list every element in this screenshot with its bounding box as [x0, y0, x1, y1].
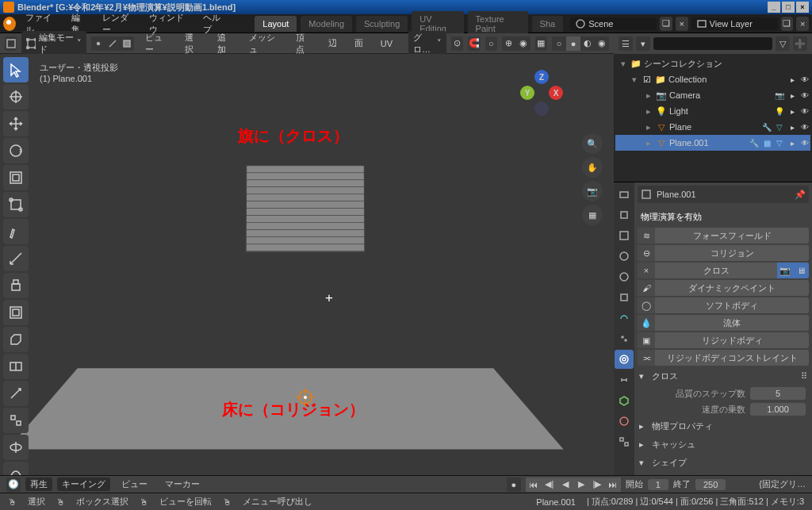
- vertex-select[interactable]: [91, 36, 105, 51]
- tab-mesh-data[interactable]: [615, 391, 634, 410]
- edge-select[interactable]: [105, 36, 120, 51]
- polybuild-tool[interactable]: [3, 408, 29, 433]
- cache-panel[interactable]: ▸キャッシュ: [638, 435, 809, 454]
- maximize-button[interactable]: □: [782, 2, 795, 13]
- quality-steps-input[interactable]: 5: [750, 387, 806, 400]
- tab-material[interactable]: [615, 412, 634, 431]
- render-toggle-icon[interactable]: 📷: [777, 263, 793, 278]
- tab-constraint[interactable]: [615, 370, 634, 389]
- tab-world[interactable]: [615, 267, 634, 286]
- nav-gizmo[interactable]: X Y Z: [519, 70, 566, 117]
- tab-particle[interactable]: [615, 329, 634, 348]
- jump-end[interactable]: ⏭: [605, 477, 621, 492]
- display-mode-button[interactable]: ▾: [636, 36, 650, 51]
- bevel-tool[interactable]: [3, 327, 29, 352]
- timeline-type-button[interactable]: 🕐: [6, 477, 21, 492]
- tab-object[interactable]: [615, 288, 634, 307]
- cloth-panel-header[interactable]: ▾クロス⠿: [638, 367, 809, 385]
- tab-modifier[interactable]: [615, 309, 634, 328]
- shape-panel[interactable]: ▾シェイプ: [638, 454, 809, 472]
- menu-select[interactable]: 選択: [178, 30, 206, 57]
- modifier-icon[interactable]: 🔧: [761, 121, 772, 132]
- z-axis[interactable]: Z: [534, 70, 549, 84]
- scene-delete-button[interactable]: ×: [676, 17, 688, 31]
- y-axis[interactable]: Y: [520, 86, 534, 100]
- keying-menu[interactable]: キーイング: [57, 477, 110, 491]
- tree-collection[interactable]: ▾☑📁Collection▸👁: [615, 71, 810, 87]
- gizmo-toggle[interactable]: ⊕: [502, 36, 516, 51]
- wire-shading[interactable]: ○: [552, 36, 566, 51]
- timeline-marker[interactable]: マーカー: [159, 477, 206, 492]
- orientation-selector[interactable]: グロ…˅: [408, 31, 446, 56]
- playback-menu[interactable]: 再生: [25, 477, 52, 491]
- face-select[interactable]: [120, 36, 134, 51]
- light-data-icon[interactable]: 💡: [774, 105, 785, 117]
- tree-camera[interactable]: ▸📷Camera📷▸👁: [615, 87, 810, 103]
- smooth-tool[interactable]: [3, 462, 29, 475]
- outliner-tree[interactable]: ▾📁シーンコレクション ▾☑📁Collection▸👁 ▸📷Camera📷▸👁 …: [614, 54, 812, 182]
- menu-add[interactable]: 追加: [211, 30, 239, 57]
- pan-button[interactable]: ✋: [582, 157, 603, 178]
- minimize-button[interactable]: _: [768, 2, 780, 13]
- tab-viewlayer[interactable]: [615, 226, 634, 245]
- annotate-tool[interactable]: [3, 219, 29, 244]
- move-tool[interactable]: [3, 111, 29, 136]
- collision-button[interactable]: ⊖コリジョン: [638, 245, 809, 261]
- tree-scene-collection[interactable]: ▾📁シーンコレクション: [615, 56, 810, 71]
- scene-selector[interactable]: [570, 17, 657, 30]
- extrude-tool[interactable]: [3, 273, 29, 298]
- camera-view-button[interactable]: 📷: [582, 181, 603, 201]
- exclude-icon[interactable]: ▸: [787, 74, 798, 85]
- rigidbody-button[interactable]: ▣リジッドボディ: [638, 332, 809, 348]
- viewlayer-delete-button[interactable]: ×: [796, 17, 809, 31]
- tree-plane[interactable]: ▸▽Plane🔧▽▸👁: [615, 119, 810, 135]
- 3d-viewport[interactable]: + 旗に（クロス） 床に（コリジョン） ユーザー・透視投影 (1) Plane.: [0, 54, 614, 475]
- measure-tool[interactable]: [3, 246, 29, 271]
- frame-end-input[interactable]: 250: [695, 479, 726, 490]
- prev-key[interactable]: ◀|: [542, 477, 557, 492]
- fluid-button[interactable]: 💧流体: [638, 315, 809, 331]
- tab-modeling[interactable]: Modeling: [301, 16, 352, 32]
- display-toggle-icon[interactable]: 🖥: [793, 263, 809, 278]
- viewlayer-new-button[interactable]: ❏: [781, 17, 794, 31]
- remove-cloth-icon[interactable]: ×: [638, 263, 655, 278]
- loopcut-tool[interactable]: [3, 354, 29, 379]
- close-button[interactable]: ×: [796, 2, 809, 13]
- softbody-button[interactable]: ◯ソフトボディ: [638, 297, 809, 313]
- tab-sha[interactable]: Sha: [532, 16, 564, 32]
- cloth-button[interactable]: ×クロス📷🖥: [638, 263, 809, 278]
- tab-output[interactable]: [615, 205, 634, 224]
- spin-tool[interactable]: [3, 435, 29, 460]
- tree-plane001[interactable]: ▸▽Plane.001🔧▦▽▸👁: [615, 135, 810, 151]
- tab-layout[interactable]: Layout: [255, 16, 297, 32]
- menu-vertex[interactable]: 頂点: [289, 30, 317, 57]
- jump-start[interactable]: ⏮: [526, 477, 542, 492]
- zoom-button[interactable]: 🔍: [582, 133, 603, 154]
- tab-physics[interactable]: [615, 350, 634, 369]
- cursor-tool[interactable]: [3, 84, 29, 109]
- snap-button[interactable]: 🧲: [468, 36, 480, 51]
- pin-icon[interactable]: 📌: [795, 190, 806, 200]
- preset-icon[interactable]: ⠿: [801, 371, 807, 382]
- dynpaint-button[interactable]: 🖌ダイナミックペイント: [638, 280, 809, 296]
- autokey-button[interactable]: ●: [507, 477, 521, 492]
- eye-icon[interactable]: 👁: [799, 74, 810, 85]
- menu-face[interactable]: 面: [348, 36, 370, 51]
- pivot-button[interactable]: ⊙: [451, 36, 463, 51]
- menu-edge[interactable]: 辺: [322, 36, 343, 51]
- outliner-search[interactable]: [653, 37, 772, 50]
- xray-button[interactable]: ▦: [535, 36, 547, 51]
- tab-texture[interactable]: [615, 432, 634, 451]
- tab-scene-prop[interactable]: [615, 247, 634, 266]
- render-shading[interactable]: ◉: [595, 36, 609, 51]
- perspective-button[interactable]: ▦: [582, 205, 603, 225]
- inset-tool[interactable]: [3, 300, 29, 325]
- mode-selector[interactable]: 編集モード ˅: [21, 31, 86, 56]
- x-axis[interactable]: X: [549, 86, 563, 100]
- scale-tool[interactable]: [3, 165, 29, 190]
- viewlayer-selector[interactable]: [691, 17, 778, 30]
- camera-data-icon[interactable]: 📷: [774, 90, 785, 101]
- forcefield-button[interactable]: ≋フォースフィールド: [638, 228, 809, 243]
- menu-view[interactable]: ビュー: [139, 30, 174, 57]
- scene-new-button[interactable]: ❏: [660, 17, 672, 31]
